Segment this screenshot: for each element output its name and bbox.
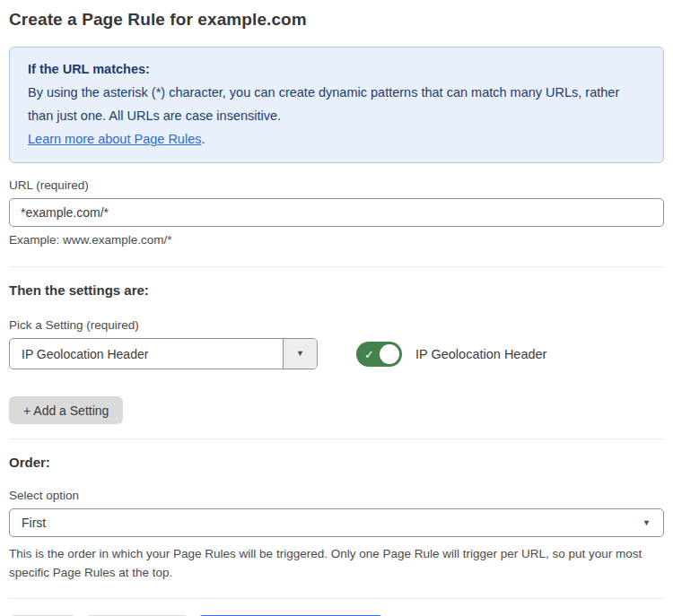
setting-controls-row: IP Geolocation Header ▼ ✓ IP Geolocation… [9,338,664,369]
ip-geolocation-toggle[interactable]: ✓ [356,342,402,367]
url-field-hint: Example: www.example.com/* [9,233,664,247]
order-select[interactable]: First ▼ [9,508,664,537]
add-setting-button[interactable]: + Add a Setting [9,396,123,424]
order-help-text: This is the order in which your Page Rul… [9,544,655,582]
url-matches-info-box: If the URL matches: By using the asteris… [9,47,664,163]
divider [9,266,664,267]
order-select-label: Select option [9,489,664,502]
setting-dropdown[interactable]: IP Geolocation Header ▼ [9,338,318,369]
pick-setting-label: Pick a Setting (required) [9,318,664,332]
check-icon: ✓ [364,348,374,360]
setting-dropdown-value: IP Geolocation Header [10,339,283,369]
url-field-label: URL (required) [9,178,664,192]
toggle-label: IP Geolocation Header [415,347,546,361]
url-input[interactable] [9,198,664,227]
page-title: Create a Page Rule for example.com [9,10,664,30]
info-box-body: By using the asterisk (*) character, you… [28,81,645,151]
toggle-knob [378,343,401,366]
divider [9,438,664,439]
settings-section-heading: Then the settings are: [9,282,664,298]
info-box-body-text: By using the asterisk (*) character, you… [28,85,619,123]
caret-down-icon: ▼ [642,519,651,527]
order-select-value: First [22,516,642,530]
divider [9,598,664,599]
link-suffix: . [201,132,205,146]
info-box-heading: If the URL matches: [28,57,645,81]
setting-dropdown-caret-button[interactable]: ▼ [283,339,317,369]
order-section-heading: Order: [9,455,664,470]
learn-more-link[interactable]: Learn more about Page Rules [28,132,201,146]
caret-down-icon: ▼ [296,350,304,358]
